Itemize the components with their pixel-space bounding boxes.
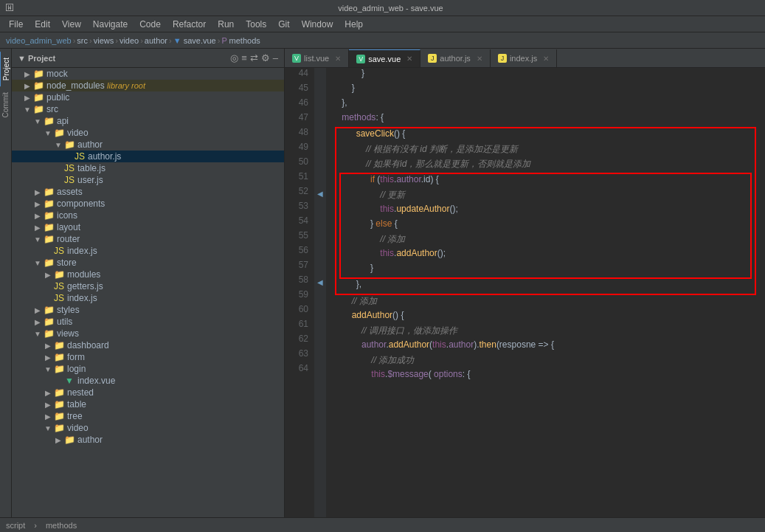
tree-item-views[interactable]: ▼ 📁 views [12,328,284,339]
menu-run[interactable]: Run [212,18,240,31]
folder-icon: 📁 [53,128,65,138]
code-line-54: } else { [341,218,750,233]
tree-item-author-js[interactable]: JS author.js [12,151,284,162]
bc-author[interactable]: author [145,36,167,45]
tree-item-login[interactable]: ▼ 📁 login [12,363,284,375]
tree-item-public[interactable]: ▶ 📁 public [12,91,284,103]
tree-item-layout[interactable]: ▶ 📁 layout [12,221,284,233]
tree-item-author-folder[interactable]: ▼ 📁 author [12,139,284,151]
menu-help[interactable]: Help [339,18,369,31]
menu-code[interactable]: Code [134,18,167,31]
window-title: video_admin_web - save.vue [22,4,759,13]
line-numbers: 44 45 46 47 48 49 50 51 52 53 54 55 56 5… [285,68,314,517]
menu-view[interactable]: View [56,18,87,31]
tree-item-tree[interactable]: ▶ 📁 tree [12,410,284,422]
menubar: File Edit View Navigate Code Refactor Ru… [0,16,765,32]
sidebar-icons[interactable]: ◎ ≡ ⇄ ⚙ – [230,52,278,63]
menu-refactor[interactable]: Refactor [167,18,212,31]
tree-label-node-modules: node_modules [46,80,105,91]
close-tab-icon[interactable]: ✕ [406,55,412,63]
menu-navigate[interactable]: Navigate [87,18,134,31]
titlebar: 🅆 video_admin_web - save.vue [0,0,765,16]
sidebar: ▼ Project ◎ ≡ ⇄ ⚙ – ▶ 📁 mock ▶ 📁 [12,49,285,517]
bc-src[interactable]: src [77,36,88,45]
js-icon: J [498,54,507,63]
tab-commit[interactable]: Commit [0,86,11,123]
menu-edit[interactable]: Edit [29,18,56,31]
close-tab-icon[interactable]: ✕ [543,55,549,63]
tree-item-src[interactable]: ▼ 📁 src [12,103,284,115]
menu-tools[interactable]: Tools [240,18,272,31]
arrow-icon: ▼ [32,117,43,125]
close-sidebar-icon[interactable]: – [273,52,278,63]
tree-item-api[interactable]: ▼ 📁 api [12,115,284,127]
status-sep: › [34,521,37,530]
close-tab-icon[interactable]: ✕ [335,55,341,63]
arrow-icon: ▶ [32,306,43,314]
tree-item-node-modules[interactable]: ▶ 📁 node_modules library root [12,80,284,91]
expand-icon[interactable]: ⇄ [250,52,258,63]
tab-list-vue[interactable]: V list.vue ✕ [285,49,349,67]
collapse-all-icon[interactable]: ≡ [241,52,247,63]
folder-icon: 📁 [53,399,65,410]
tree-item-router-index[interactable]: JS index.js [12,245,284,257]
sidebar-title: ▼ Project [18,54,230,63]
bc-project[interactable]: video_admin_web [6,36,72,45]
tree-item-utils[interactable]: ▶ 📁 utils [12,316,284,328]
tree-item-table[interactable]: ▶ 📁 table [12,398,284,410]
code-container[interactable]: 44 45 46 47 48 49 50 51 52 53 54 55 56 5… [285,68,765,517]
tree-item-store[interactable]: ▼ 📁 store [12,257,284,269]
tree-label-getters: getters.js [67,281,103,291]
tree-item-nested[interactable]: ▶ 📁 nested [12,387,284,398]
tree-item-modules[interactable]: ▶ 📁 modules [12,269,284,280]
arrow-icon: ▼ [43,424,53,432]
bc-file[interactable]: ▼ save.vue [173,36,216,45]
tree-label-video-api: video [67,128,89,138]
tree-item-views-video-author[interactable]: ▶ 📁 author [12,434,284,446]
tree-item-router[interactable]: ▼ 📁 router [12,233,284,245]
tree-item-dashboard[interactable]: ▶ 📁 dashboard [12,339,284,351]
bc-video[interactable]: video [120,36,139,45]
arrow-icon: ▶ [53,436,63,444]
close-tab-icon[interactable]: ✕ [477,55,482,63]
bc-views[interactable]: views [94,36,114,45]
tree-item-assets[interactable]: ▶ 📁 assets [12,186,284,198]
tree-item-getters[interactable]: JS getters.js [12,280,284,292]
tab-index-js[interactable]: J index.js ✕ [491,49,557,67]
tree-item-video-api[interactable]: ▼ 📁 video [12,127,284,139]
code-editor[interactable]: } } }, methods: { saveClick() { // 根据有没有… [326,68,765,517]
tree-label-store-index: index.js [67,293,97,303]
tree-item-login-index[interactable]: ▼ index.vue [12,375,284,387]
tab-project[interactable]: Project [0,52,12,86]
tree-label-views: views [57,328,79,339]
tree-item-store-index[interactable]: JS index.js [12,292,284,304]
tree-item-user-js[interactable]: JS user.js [12,174,284,186]
arrow-icon: ▶ [43,412,53,421]
settings-icon[interactable]: ⚙ [261,52,270,63]
tab-save-vue[interactable]: V save.vue ✕ [349,49,420,67]
bc-method[interactable]: P methods [221,36,260,45]
code-line-57: } [341,263,750,277]
tree-item-form[interactable]: ▶ 📁 form [12,351,284,363]
window-controls[interactable]: 🅆 [6,4,13,12]
tree-item-video-views[interactable]: ▼ 📁 video [12,422,284,434]
tree-label-utils: utils [57,317,72,327]
folder-icon: 📁 [63,139,75,150]
tree-item-table-js[interactable]: JS table.js [12,162,284,174]
tree-label-form: form [67,352,85,362]
tree-item-components[interactable]: ▶ 📁 components [12,198,284,210]
tree-label-user-js: user.js [77,175,103,185]
menu-file[interactable]: File [3,18,29,31]
locate-icon[interactable]: ◎ [230,52,238,63]
tab-label-index-js: index.js [510,54,537,63]
arrow-icon: ▼ [53,141,63,149]
tree-item-icons[interactable]: ▶ 📁 icons [12,210,284,221]
menu-git[interactable]: Git [272,18,295,31]
tree-label-author-folder: author [77,139,103,150]
folder-icon: 📁 [53,340,65,350]
tree-item-mock[interactable]: ▶ 📁 mock [12,68,284,80]
arrow-icon: ▼ [43,365,53,373]
tab-author-js[interactable]: J author.js ✕ [420,49,491,67]
tree-item-styles[interactable]: ▶ 📁 styles [12,304,284,316]
menu-window[interactable]: Window [296,18,339,31]
